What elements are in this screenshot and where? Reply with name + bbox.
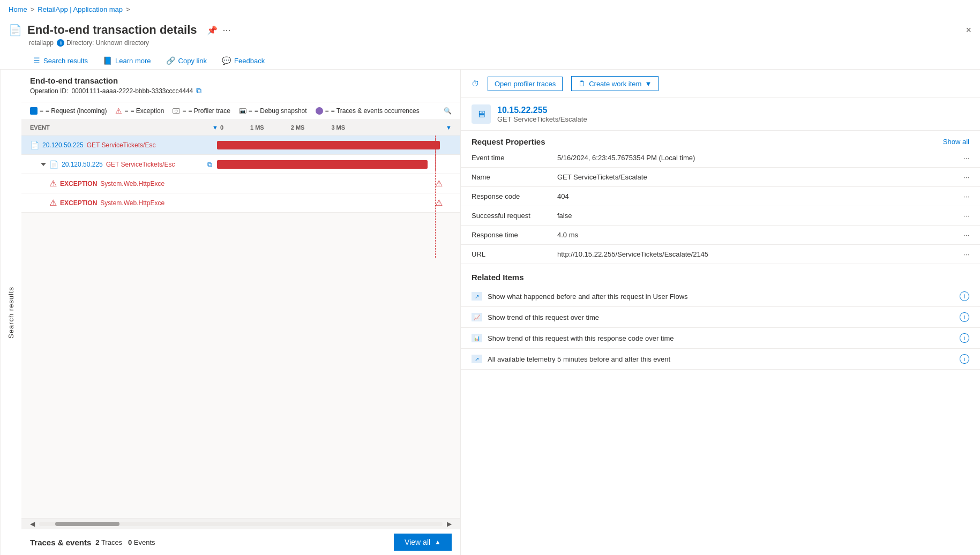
close-button[interactable]: × (966, 25, 971, 36)
breadcrumb-home[interactable]: Home (9, 5, 27, 13)
breadcrumb-sep1: > (31, 5, 35, 13)
prop-val-eventtime: 5/16/2024, 6:23:45.7675354 PM (Local tim… (547, 148, 953, 168)
exception-method-3: System.Web.HttpExce (100, 180, 164, 188)
open-profiler-button[interactable]: Open profiler traces (488, 77, 563, 91)
prop-key-url: URL (461, 245, 547, 264)
menu-icon: ☰ (33, 56, 40, 65)
breadcrumb: Home > RetailApp | Application map > (0, 0, 980, 19)
book-icon: 📘 (103, 56, 112, 65)
header-nav: ☰ Search results 📘 Learn more 🔗 Copy lin… (9, 51, 971, 69)
app-name: retailapp (29, 39, 54, 47)
right-panel: ⏱ Open profiler traces 🗒 Create work ite… (461, 70, 980, 555)
info-icon-1[interactable]: i (960, 291, 969, 301)
scroll-left-arrow[interactable]: ◀ (30, 520, 35, 528)
operation-id-label: Operation ID: (30, 87, 68, 95)
copy-link-icon[interactable]: ⧉ (207, 161, 212, 168)
table-row[interactable]: ⚠ EXCEPTION System.Web.HttpExce ⚠ (21, 174, 460, 193)
th-1ms: 1 MS (250, 124, 264, 131)
legend-profiler-box: ⏱ (173, 108, 180, 114)
prop-actions-eventtime[interactable]: ··· (953, 148, 980, 168)
legend-traces-label: = Traces & events occurrences (331, 107, 420, 115)
chevron-up-icon: ▲ (435, 538, 441, 546)
th-3ms: 3 MS (331, 124, 345, 131)
view-all-button[interactable]: View all ▲ (394, 534, 452, 551)
properties-section-title: Request Properties Show all (461, 131, 980, 148)
dashed-line-2 (435, 136, 436, 170)
prop-actions-successful[interactable]: ··· (953, 206, 980, 226)
table-row: URL http://10.15.22.255/ServiceTickets/E… (461, 245, 980, 264)
timeline-cell-2 (212, 159, 452, 170)
table-row: Name GET ServiceTickets/Escalate ··· (461, 168, 980, 187)
copy-link-label: Copy link (178, 57, 207, 65)
event-cell-2: 📄 20.120.50.225 GET ServiceTickets/Esc ⧉ (30, 160, 212, 169)
operation-copy-icon[interactable]: ⧉ (196, 86, 201, 95)
feedback-btn[interactable]: 💬 Feedback (214, 53, 272, 69)
event-cell-4: ⚠ EXCEPTION System.Web.HttpExce (30, 198, 212, 208)
table-row[interactable]: ⚠ EXCEPTION System.Web.HttpExce ⚠ (21, 193, 460, 213)
pin-icon[interactable]: 📌 (207, 25, 218, 35)
learn-more-btn[interactable]: 📘 Learn more (95, 53, 158, 69)
legend-traces-box (316, 107, 323, 115)
timeline-bar-1 (217, 141, 440, 149)
prop-key-successful: Successful request (461, 206, 547, 226)
copy-link-btn[interactable]: 🔗 Copy link (159, 53, 214, 69)
warning-icon-3: ⚠ (49, 178, 57, 189)
related-items-title: Related Items (461, 264, 980, 286)
directory-label: Directory: Unknown directory (66, 39, 149, 47)
show-all-link[interactable]: Show all (943, 138, 969, 146)
directory-badge: ℹ Directory: Unknown directory (57, 39, 149, 47)
scrollbar-area[interactable]: ◀ ▶ (21, 518, 460, 529)
legend-traces: = = Traces & events occurrences (316, 107, 420, 115)
list-item[interactable]: ↗ All available telemetry 5 minutes befo… (461, 349, 980, 370)
legend-profiler-label: = Profiler trace (188, 107, 230, 115)
timeline-cell-1 (212, 140, 452, 151)
prop-actions-name[interactable]: ··· (953, 168, 980, 187)
table-row[interactable]: 📄 20.120.50.225 GET ServiceTickets/Esc (21, 136, 460, 155)
timeline-filter-start[interactable]: ▼ (212, 124, 218, 131)
scroll-right-arrow[interactable]: ▶ (447, 520, 452, 528)
create-work-item-button[interactable]: 🗒 Create work item ▼ (571, 76, 659, 91)
search-icon[interactable]: 🔍 (444, 107, 452, 115)
prop-actions-url[interactable]: ··· (953, 245, 980, 264)
traces-count: 2 Traces 0 Events (95, 538, 155, 546)
copy-icon: 🔗 (166, 56, 175, 65)
info-icon-3[interactable]: i (960, 333, 969, 343)
properties-table: Event time 5/16/2024, 6:23:45.7675354 PM… (461, 148, 980, 264)
table-row[interactable]: 📄 20.120.50.225 GET ServiceTickets/Esc ⧉ (21, 155, 460, 174)
legend-request-box (30, 107, 38, 115)
list-item[interactable]: 📊 Show trend of this request with this r… (461, 328, 980, 349)
exception-label-3: EXCEPTION (60, 180, 97, 188)
prop-actions-response-time[interactable]: ··· (953, 226, 980, 245)
prop-val-response-time: 4.0 ms (547, 226, 953, 245)
prop-val-successful: false (547, 206, 953, 226)
prop-actions-response-code[interactable]: ··· (953, 187, 980, 206)
server-name: 10.15.22.255 (497, 106, 587, 115)
info-icon-2[interactable]: i (960, 312, 969, 322)
breadcrumb-app[interactable]: RetailApp | Application map (38, 5, 123, 13)
feedback-icon: 💬 (222, 56, 231, 65)
right-panel-header: ⏱ Open profiler traces 🗒 Create work ite… (461, 70, 980, 98)
server-details: 10.15.22.255 GET ServiceTickets/Escalate (497, 106, 587, 123)
th-2ms: 2 MS (291, 124, 305, 131)
search-results-label: Search results (43, 57, 88, 65)
exception-method-4: System.Web.HttpExce (100, 199, 164, 207)
legend-debug: 📷 = = Debug snapshot (239, 107, 307, 115)
prop-val-response-code: 404 (547, 187, 953, 206)
timeline-filter-end[interactable]: ▼ (446, 124, 452, 131)
list-item[interactable]: ↗ Show what happened before and after th… (461, 286, 980, 307)
scrollbar-track[interactable] (39, 522, 443, 526)
exception-label-4: EXCEPTION (60, 199, 97, 207)
search-results-btn[interactable]: ☰ Search results (26, 53, 95, 69)
sidebar-tab[interactable]: Search results (0, 70, 21, 555)
list-item[interactable]: 📈 Show trend of this request over time i (461, 307, 980, 328)
scrollbar-thumb[interactable] (55, 522, 119, 526)
collapse-icon[interactable] (41, 163, 46, 166)
info-icon-4[interactable]: i (960, 354, 969, 364)
page-header: 📄 End-to-end transaction details 📌 ··· ×… (0, 19, 980, 70)
request-icon-1: 📄 (30, 141, 39, 149)
server-icon: 🖥 (472, 104, 491, 124)
more-options-icon[interactable]: ··· (223, 25, 231, 36)
table-row: Response code 404 ··· (461, 187, 980, 206)
warning-icon-4: ⚠ (49, 198, 57, 208)
timeline-bar-2 (217, 160, 428, 169)
